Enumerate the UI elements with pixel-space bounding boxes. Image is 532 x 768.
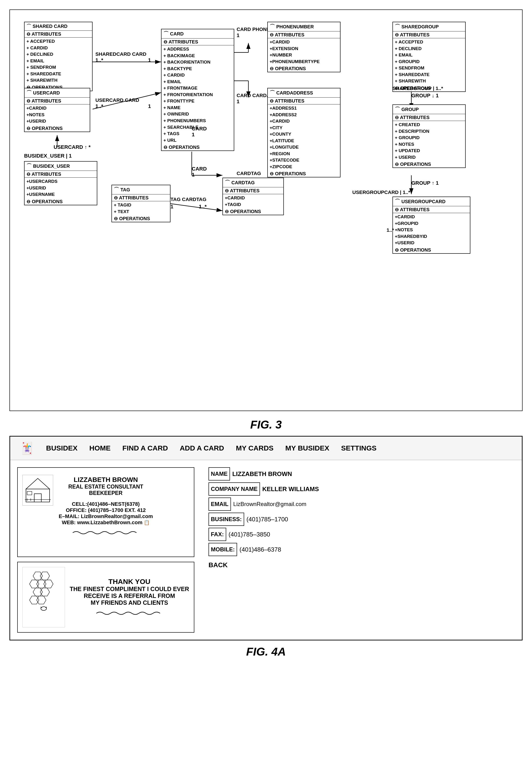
- back-button[interactable]: BACK: [209, 559, 515, 572]
- wavy-decoration-front: [70, 529, 141, 536]
- card-below-num: 1: [192, 172, 195, 178]
- card-person-name: LIZZABETH BROWN: [74, 476, 138, 484]
- info-fax-row: FAX: (401)785–3850: [209, 528, 515, 541]
- rel-sharedgroup-mult: SHAREDGROUP | 1..*: [392, 85, 443, 91]
- card-images-area: LIZZABETH BROWN REAL ESTATE CONSULTANT B…: [17, 467, 194, 633]
- rel-usercard-mult2: 1: [148, 103, 151, 109]
- back-line2: THE FINEST COMPLIMENT I COULD EVER: [70, 586, 189, 593]
- rel-busidex-user: BUSIDEX_USER | 1: [24, 153, 72, 159]
- info-mobile-row: MOBILE: (401)486–6378: [209, 543, 515, 556]
- rel-sharedcard-card: SHAREDCARD CARD: [95, 51, 146, 57]
- wavy-decoration-back: [94, 610, 165, 617]
- entity-card: ⌒ CARD ⊖ ATTRIBUTES + ADDRESS + BACKIMAG…: [161, 29, 234, 151]
- business-value: (401)785–1700: [247, 513, 288, 525]
- nav-logo-icon: 🃏: [20, 441, 34, 455]
- entity-sharedgroup: ⌒ SHAREDGROUP ⊖ ATTRIBUTES + ACCEPTED + …: [392, 22, 466, 92]
- nav-settings[interactable]: SETTINGS: [341, 444, 377, 452]
- fig4a-caption: FIG. 4A: [9, 645, 523, 658]
- tag-cardtag-mult2: 1..*: [199, 204, 207, 210]
- card-front-display: LIZZABETH BROWN REAL ESTATE CONSULTANT B…: [17, 467, 194, 557]
- card-cardaddr-num: 1: [192, 132, 195, 138]
- entity-tag: ⌒ TAG ⊖ ATTRIBUTES + TAGID + TEXT ⊖ OPER…: [111, 185, 170, 222]
- tag-cardtag-mult1: 1: [170, 204, 173, 210]
- svg-marker-24: [37, 580, 46, 588]
- card-cardtag-label: CARDTAG: [237, 170, 261, 176]
- nav-my-busidex[interactable]: MY BUSIDEX: [285, 444, 329, 452]
- email-value: LizBrownRealtor@gmail.com: [233, 499, 306, 510]
- card-below-mult: CARD: [192, 166, 207, 172]
- entity-cardtag: ⌒ CARDTAG ⊖ ATTRIBUTES +CARDID +TAGID ⊖ …: [222, 178, 284, 215]
- hat-icon: ⌒: [26, 23, 31, 30]
- fig4a-container: 🃏 BUSIDEX HOME FIND A CARD ADD A CARD MY…: [9, 436, 523, 640]
- card-email: E–MAIL: LizBrownRealtor@gmail.com: [59, 513, 153, 520]
- main-content: LIZZABETH BROWN REAL ESTATE CONSULTANT B…: [10, 460, 522, 640]
- card-web: WEB: www.LizzabethBrown.com 📋: [62, 520, 150, 526]
- card-cardaddr-side: CARD: [192, 126, 207, 132]
- info-email-row: EMAIL LizBrownRealtor@gmail.com: [209, 498, 515, 511]
- card-office: OFFICE: (401)785–1700 EXT. 412: [66, 507, 146, 513]
- rel-ugc-mult: USERGROUPCARD | 1..*: [352, 189, 410, 195]
- card-image-placeholder: [22, 475, 53, 506]
- svg-marker-25: [44, 580, 53, 588]
- card-title2: BEEKEEPER: [89, 490, 123, 496]
- svg-rect-15: [34, 494, 41, 502]
- svg-marker-21: [33, 572, 43, 580]
- svg-rect-16: [27, 491, 32, 495]
- entity-sharedcard: ⌒ SHARED CARD ⊖ ATTRIBUTES + ACCEPTED + …: [24, 22, 93, 91]
- business-label-box: BUSINESS:: [209, 513, 244, 526]
- nav-bar: 🃏 BUSIDEX HOME FIND A CARD ADD A CARD MY…: [10, 437, 522, 460]
- card-pn-mult1: 1: [237, 32, 239, 38]
- rel-sharedcard-mult2: 1: [148, 57, 151, 63]
- info-name-row: NAME LIZZABETH BROWN: [209, 467, 515, 481]
- entity-usercard: ⌒ USERCARD ⊖ ATTRIBUTES +CARDID +NOTES +…: [24, 88, 90, 132]
- card-cell: CELL:(401)486–NEST(6378): [72, 501, 140, 507]
- fax-value: (401)785–3850: [229, 528, 270, 541]
- card-back-image: [22, 567, 65, 628]
- fig3-caption: FIG. 3: [9, 418, 523, 431]
- rel-group-up: GROUP ↑ 1: [411, 180, 439, 186]
- nav-find-card[interactable]: FIND A CARD: [122, 444, 168, 452]
- rel-usercard-mult1: 1..*: [95, 103, 103, 109]
- svg-marker-29: [37, 596, 46, 604]
- svg-rect-13: [26, 489, 50, 502]
- svg-marker-28: [30, 596, 39, 604]
- company-value: KELLER WILLIAMS: [262, 483, 319, 495]
- card-back-display: THANK YOU THE FINEST COMPLIMENT I COULD …: [17, 562, 194, 633]
- rel-sharedcard-mult1: 1..*: [95, 57, 103, 63]
- svg-marker-27: [40, 588, 50, 596]
- nav-home[interactable]: HOME: [89, 444, 111, 452]
- entity-cardaddress: ⌒ CARDADDRESS ⊖ ATTRIBUTES +ADDRESS1 +AD…: [267, 88, 340, 177]
- clipboard-icon: 📋: [144, 520, 150, 525]
- fax-label-box: FAX:: [209, 528, 226, 541]
- back-line4: MY FRIENDS AND CLIENTS: [91, 599, 168, 606]
- back-line3: RECEIVE IS A REFERRAL FROM: [84, 593, 175, 599]
- entity-busidex-user: ⌒ BUSIDEX_USER ⊖ ATTRIBUTES +USERCARDS +…: [24, 161, 97, 205]
- info-company-row: COMPANY NAME KELLER WILLIAMS: [209, 483, 515, 496]
- mobile-value: (401)486–6378: [239, 543, 281, 556]
- card-title1: REAL ESTATE CONSULTANT: [68, 484, 143, 490]
- svg-marker-26: [33, 588, 43, 596]
- info-business-row: BUSINESS: (401)785–1700: [209, 513, 515, 526]
- svg-line-9: [170, 204, 222, 211]
- entity-group: ⌒ GROUP ⊖ ATTRIBUTES + CREATED + DESCRIP…: [392, 104, 466, 168]
- email-label-box: EMAIL: [209, 498, 231, 511]
- nav-busidex[interactable]: BUSIDEX: [46, 444, 77, 452]
- card-back-text-content: THANK YOU THE FINEST COMPLIMENT I COULD …: [70, 567, 189, 628]
- rel-usercard-up: USERCARD ↑ *: [54, 144, 90, 150]
- svg-marker-23: [30, 580, 39, 588]
- company-label-box: COMPANY NAME: [209, 483, 260, 496]
- entity-phonenumber: ⌒ PHONENUMBER ⊖ ATTRIBUTES +CARDID +EXTE…: [267, 22, 340, 72]
- svg-marker-22: [40, 572, 50, 580]
- name-label-box: NAME: [209, 467, 230, 481]
- card-addr-mult1: 1: [237, 98, 239, 105]
- name-value: LIZZABETH BROWN: [232, 468, 292, 480]
- nav-my-cards[interactable]: MY CARDS: [236, 444, 273, 452]
- fig3-diagram: ⌒ SHARED CARD ⊖ ATTRIBUTES + ACCEPTED + …: [9, 9, 523, 411]
- entity-usergroupcard: ⌒ USERGROUPCARD ⊖ ATTRIBUTES +CARDID +GR…: [392, 196, 470, 254]
- mobile-label-box: MOBILE:: [209, 543, 237, 556]
- tag-cardtag-label: TAG CARDTAG: [170, 196, 206, 202]
- card-details-area: NAME LIZZABETH BROWN COMPANY NAME KELLER…: [209, 467, 515, 633]
- rel-group-down: GROUP ↓ 1: [411, 93, 439, 99]
- rel-usercard-card-label: USERCARD CARD: [95, 97, 139, 103]
- nav-add-card[interactable]: ADD A CARD: [180, 444, 224, 452]
